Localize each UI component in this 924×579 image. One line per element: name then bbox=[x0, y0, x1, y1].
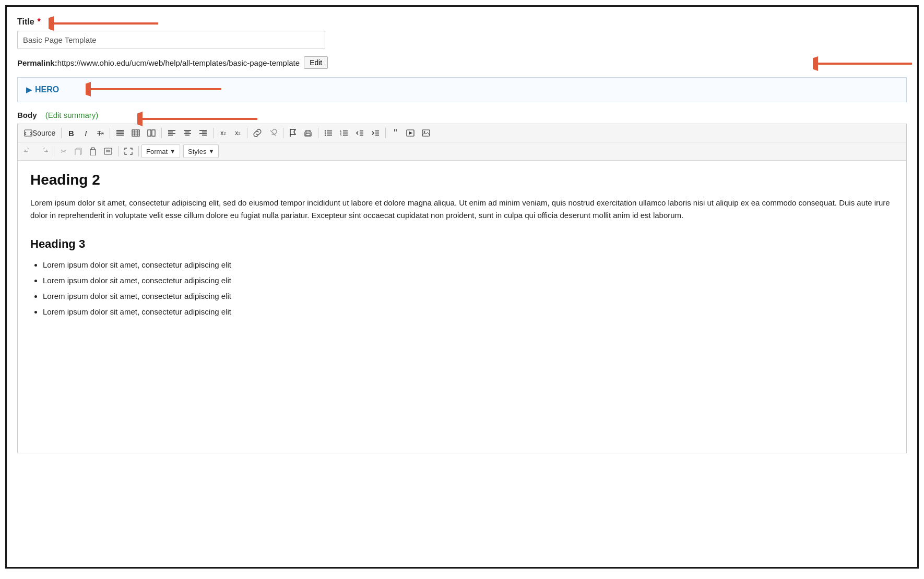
media-button[interactable] bbox=[403, 126, 418, 140]
redo-icon bbox=[40, 148, 48, 155]
sep9 bbox=[54, 146, 54, 156]
align-right-button[interactable] bbox=[196, 126, 210, 140]
svg-rect-63 bbox=[104, 148, 112, 154]
title-label: Title * bbox=[17, 17, 907, 27]
flag-icon bbox=[289, 129, 297, 137]
styles-label: Styles bbox=[188, 148, 206, 155]
print-icon bbox=[304, 129, 312, 137]
edit-summary-link[interactable]: (Edit summary) bbox=[45, 111, 99, 119]
svg-rect-19 bbox=[152, 130, 155, 136]
hero-section[interactable]: ▶ HERO bbox=[17, 77, 907, 102]
ol-icon: 1.2.3. bbox=[340, 129, 348, 137]
subscript-button[interactable]: x2 bbox=[231, 126, 244, 140]
bold-button[interactable]: B bbox=[64, 126, 78, 140]
sep11 bbox=[138, 146, 139, 156]
unordered-list-button[interactable] bbox=[321, 126, 336, 140]
hero-text: HERO bbox=[35, 85, 59, 94]
undo-icon bbox=[24, 148, 32, 155]
styles-chevron-icon: ▼ bbox=[208, 148, 214, 154]
svg-rect-56 bbox=[422, 130, 430, 136]
indent-button[interactable] bbox=[368, 126, 383, 140]
columns-icon bbox=[147, 129, 156, 137]
columns-button[interactable] bbox=[144, 126, 159, 140]
superscript-button[interactable]: x2 bbox=[216, 126, 230, 140]
paste-text-button[interactable] bbox=[101, 144, 115, 158]
align-center-button[interactable] bbox=[180, 126, 195, 140]
svg-point-40 bbox=[325, 135, 326, 136]
italic-button[interactable]: I bbox=[79, 126, 92, 140]
hero-triangle-icon: ▶ bbox=[26, 86, 32, 94]
content-list: Lorem ipsum dolor sit amet, consectetur … bbox=[43, 257, 894, 320]
format-chevron-icon: ▼ bbox=[170, 148, 175, 154]
fullscreen-icon bbox=[124, 148, 133, 155]
body-label: Body (Edit summary) bbox=[17, 111, 907, 119]
editor-toolbar: Source B I Tx bbox=[17, 124, 907, 161]
format-dropdown[interactable]: Format ▼ bbox=[141, 144, 180, 158]
permalink-url: https://www.ohio.edu/ucm/web/help/all-te… bbox=[57, 58, 300, 67]
unlink-icon bbox=[269, 129, 277, 137]
svg-rect-8 bbox=[25, 130, 32, 136]
title-input[interactable] bbox=[17, 31, 325, 49]
title-section: Title * bbox=[17, 17, 907, 49]
sep10 bbox=[118, 146, 119, 156]
fullscreen-button[interactable] bbox=[121, 144, 136, 158]
format-label: Format bbox=[146, 148, 168, 155]
body-text: Body bbox=[17, 111, 37, 119]
flag-button[interactable] bbox=[286, 126, 300, 140]
list-item: Lorem ipsum dolor sit amet, consectetur … bbox=[43, 273, 894, 288]
svg-point-57 bbox=[424, 131, 425, 133]
unlink-button[interactable] bbox=[266, 126, 280, 140]
list-item: Lorem ipsum dolor sit amet, consectetur … bbox=[43, 288, 894, 304]
copy-button[interactable] bbox=[72, 144, 85, 158]
table-button[interactable] bbox=[128, 126, 143, 140]
ul-icon bbox=[324, 129, 333, 137]
svg-rect-60 bbox=[90, 149, 96, 155]
sep5 bbox=[247, 128, 247, 138]
required-indicator: * bbox=[38, 17, 41, 27]
strikethrough-button[interactable]: Tx bbox=[93, 126, 107, 140]
align-center-icon bbox=[183, 129, 192, 137]
cut-button[interactable]: ✂ bbox=[57, 144, 70, 158]
content-paragraph: Lorem ipsum dolor sit amet, consectetur … bbox=[30, 197, 894, 222]
link-button[interactable] bbox=[250, 126, 265, 140]
source-button[interactable]: Source bbox=[21, 126, 58, 140]
list-item: Lorem ipsum dolor sit amet, consectetur … bbox=[43, 257, 894, 273]
indent-icon bbox=[371, 129, 380, 137]
paste-button[interactable] bbox=[86, 144, 100, 158]
svg-point-36 bbox=[325, 130, 326, 131]
undo-button[interactable] bbox=[21, 144, 35, 158]
paste-text-icon bbox=[104, 148, 112, 155]
svg-rect-62 bbox=[92, 148, 94, 149]
svg-rect-59 bbox=[75, 149, 80, 155]
styles-dropdown[interactable]: Styles ▼ bbox=[183, 144, 219, 158]
source-icon bbox=[24, 129, 32, 137]
sep1 bbox=[61, 128, 62, 138]
content-heading2: Heading 2 bbox=[30, 172, 894, 188]
sep4 bbox=[213, 128, 214, 138]
image-button[interactable] bbox=[419, 126, 433, 140]
svg-marker-55 bbox=[409, 131, 412, 135]
toolbar-row2: ✂ Format ▼ bbox=[18, 142, 906, 161]
permalink-section: Permalink: https://www.ohio.edu/ucm/web/… bbox=[17, 56, 907, 69]
copy-icon bbox=[75, 148, 82, 155]
print-button[interactable] bbox=[301, 126, 315, 140]
body-section: Body (Edit summary) Source bbox=[17, 111, 907, 453]
svg-point-38 bbox=[325, 132, 326, 134]
blockquote-button[interactable]: " bbox=[388, 126, 402, 140]
redo-button[interactable] bbox=[37, 144, 51, 158]
list-item: Lorem ipsum dolor sit amet, consectetur … bbox=[43, 304, 894, 320]
svg-point-35 bbox=[306, 132, 307, 134]
align-left-icon bbox=[168, 129, 176, 137]
sep7 bbox=[318, 128, 318, 138]
justify-button[interactable] bbox=[113, 126, 127, 140]
permalink-edit-button[interactable]: Edit bbox=[304, 56, 328, 69]
title-text: Title bbox=[17, 17, 34, 27]
align-left-button[interactable] bbox=[164, 126, 179, 140]
paste-icon bbox=[89, 147, 97, 155]
content-heading3: Heading 3 bbox=[30, 237, 894, 251]
hero-label[interactable]: ▶ HERO bbox=[26, 85, 898, 94]
image-icon bbox=[422, 129, 430, 137]
outdent-button[interactable] bbox=[352, 126, 367, 140]
editor-content-area[interactable]: Heading 2 Lorem ipsum dolor sit amet, co… bbox=[17, 161, 907, 453]
ordered-list-button[interactable]: 1.2.3. bbox=[337, 126, 351, 140]
